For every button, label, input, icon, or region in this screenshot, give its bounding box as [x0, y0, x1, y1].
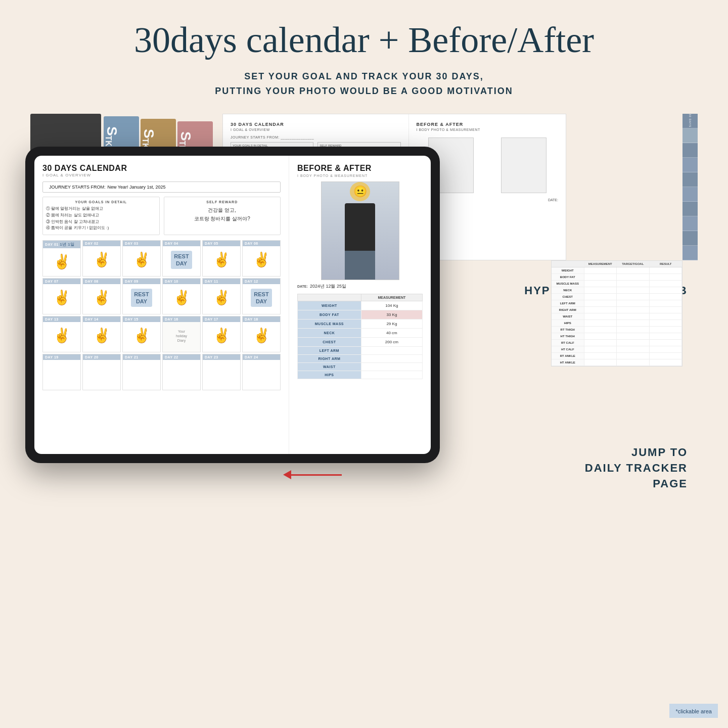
meas-preview-row: WAIST — [552, 313, 682, 320]
cal-day-3[interactable]: DAY 03 ✌️ — [122, 240, 161, 277]
index-tab-9[interactable] — [682, 231, 698, 246]
goals-box: YOUR GOALS IN DETAIL ① 팔에 얼렁거리는 살을 없애고 ②… — [42, 197, 160, 235]
header-subtitle: SET YOUR GOAL AND TRACK YOUR 30 DAYS, PU… — [10, 69, 718, 99]
index-tab-4[interactable] — [682, 158, 698, 172]
cal-day-15[interactable]: DAY 15 ✌️ — [122, 316, 161, 352]
index-tab-3[interactable] — [682, 143, 698, 158]
meas-row: HIPS — [298, 371, 423, 379]
index-tab-7[interactable] — [682, 202, 698, 216]
cal-day-19[interactable]: DAY 19 — [42, 354, 81, 390]
cal-day-7[interactable]: DAY 07 ✌️ — [42, 278, 81, 314]
journey-row: JOURNEY STARTS FROM: New Year! January 1… — [42, 181, 281, 193]
reward-box: SELF REWARD 건강을 얻고,코트랑 청바지를 살꺼야? — [164, 197, 281, 235]
meas-table-inner: MEASUREMENT WEIGHT104 KgBODY FAT33 KgMUS… — [297, 294, 423, 379]
tablet-calendar: 30 DAYS CALENDAR I GOAL & OVERVIEW JOURN… — [34, 156, 289, 454]
cal-day-9[interactable]: DAY 09 RESTDAY — [122, 278, 161, 314]
meas-preview-row: RIGHT ARM — [552, 307, 682, 313]
tablet-before-after: BEFORE & AFTER I BODY PHOTO & MEASUREMEN… — [289, 156, 431, 454]
calendar-grid[interactable]: DAY 01 1년 1일 ✌️ DAY 02 ✌️ DAY 03 ✌️ DAY … — [42, 240, 281, 390]
meas-preview-row: NECK — [552, 287, 682, 294]
meas-row: WAIST — [298, 363, 423, 371]
meas-row: RIGHT ARM — [298, 355, 423, 363]
cal-day-23[interactable]: DAY 23 — [202, 354, 241, 390]
cal-day-21[interactable]: DAY 21 — [122, 354, 161, 390]
index-tab-2[interactable] — [682, 128, 698, 143]
cal-day-18[interactable]: DAY 18 ✌️ — [242, 316, 281, 352]
arrow-line — [291, 474, 342, 476]
ba-subtitle: I BODY PHOTO & MEASUREMENT — [297, 174, 423, 177]
index-tab-6[interactable] — [682, 187, 698, 202]
tablet-screen: 30 DAYS CALENDAR I GOAL & OVERVIEW JOURN… — [34, 156, 431, 454]
goals-section: YOUR GOALS IN DETAIL ① 팔에 얼렁거리는 살을 없애고 ②… — [42, 197, 281, 235]
main-content: S T K S T K S T K 30DAYSWORKOUTLOG BOOK … — [0, 104, 728, 114]
tablet-container: 30 DAYS CALENDAR I GOAL & OVERVIEW JOURN… — [25, 147, 440, 463]
cal-day-5[interactable]: DAY 05 ✌️ — [202, 240, 241, 277]
cal-subtitle: I GOAL & OVERVIEW — [42, 173, 281, 177]
cal-day-11[interactable]: DAY 11 ✌️ — [202, 278, 241, 314]
meas-row: MUSCLE MASS29 Kg — [298, 320, 423, 329]
photo-box: 😐 — [321, 181, 399, 280]
meas-preview-row: HT ANKLE — [552, 359, 682, 366]
cal-day-20[interactable]: DAY 20 — [82, 354, 121, 390]
meas-row: NECK40 cm — [298, 329, 423, 338]
cal-day-2[interactable]: DAY 02 ✌️ — [82, 240, 121, 277]
goals-text: ① 팔에 얼렁거리는 살을 없애고 ② 몸에 처러는 살도 없애내고 ③ 인박힌… — [46, 206, 156, 232]
cal-day-8[interactable]: DAY 08 ✌️ — [82, 278, 121, 314]
meas-preview-row: LEFT ARM — [552, 300, 682, 307]
meas-preview-row: MUSCLE MASS — [552, 281, 682, 287]
cal-day-4[interactable]: DAY 04 RESTDAY — [162, 240, 201, 277]
reward-text: 건강을 얻고,코트랑 청바지를 살꺼야? — [167, 206, 278, 223]
meas-preview-row: CHEST — [552, 294, 682, 300]
person-body — [345, 203, 375, 251]
clickable-note: *clickable area — [669, 704, 718, 718]
meas-preview-row: RT CALF — [552, 340, 682, 346]
index-tabs[interactable]: 30 DAYS — [682, 114, 698, 260]
meas-row: BODY FAT33 Kg — [298, 310, 423, 320]
tablet: 30 DAYS CALENDAR I GOAL & OVERVIEW JOURN… — [25, 147, 440, 463]
meas-preview-row: RT THIGH — [552, 327, 682, 333]
cal-day-24[interactable]: DAY 24 — [242, 354, 281, 390]
meas-row: WEIGHT104 Kg — [298, 301, 423, 310]
cal-day-14[interactable]: DAY 14 ✌️ — [82, 316, 121, 352]
meas-preview-row: HIPS — [552, 320, 682, 327]
index-tab-5[interactable] — [682, 172, 698, 187]
measurement-table-preview: MEASUREMENT TARGET/GOAL RESULT WEIGHTBOD… — [551, 260, 682, 367]
index-tab-10[interactable] — [682, 246, 698, 260]
index-tab-8[interactable] — [682, 216, 698, 231]
cal-day-22[interactable]: DAY 22 — [162, 354, 201, 390]
cal-day-16[interactable]: DAY 16 YourholidayDiary — [162, 316, 201, 352]
arrow-head — [283, 470, 291, 479]
person-head: 😐 — [350, 182, 370, 201]
index-tab-1[interactable]: 30 DAYS — [682, 114, 698, 128]
ba-title: BEFORE & AFTER — [297, 164, 423, 173]
meas-row: LEFT ARM — [298, 347, 423, 355]
meas-preview-row: BODY FAT — [552, 274, 682, 281]
cal-day-1[interactable]: DAY 01 1년 1일 ✌️ — [42, 240, 81, 277]
meas-row: CHEST200 cm — [298, 338, 423, 347]
meas-preview-row: RT ANKLE — [552, 353, 682, 359]
cal-day-13[interactable]: DAY 13 ✌️ — [42, 316, 81, 352]
cal-day-6[interactable]: DAY 06 ✌️ — [242, 240, 281, 277]
meas-preview-row: WEIGHT — [552, 267, 682, 274]
cal-day-12[interactable]: DAY 12 RESTDAY — [242, 278, 281, 314]
cal-title: 30 DAYS CALENDAR — [42, 164, 281, 173]
annotation-jump-to: JUMP TODAILY TRACKERPAGE — [585, 445, 688, 491]
paper-photo-after — [501, 138, 547, 193]
meas-preview-row: HT THIGH — [552, 333, 682, 340]
page-title: 30days calendar + Before/After — [10, 20, 718, 60]
cal-day-10[interactable]: DAY 10 ✌️ — [162, 278, 201, 314]
cal-day-17[interactable]: DAY 17 ✌️ — [202, 316, 241, 352]
meas-preview-row: HT CALF — [552, 346, 682, 353]
arrow-container — [283, 470, 342, 479]
header: 30days calendar + Before/After SET YOUR … — [0, 0, 728, 104]
